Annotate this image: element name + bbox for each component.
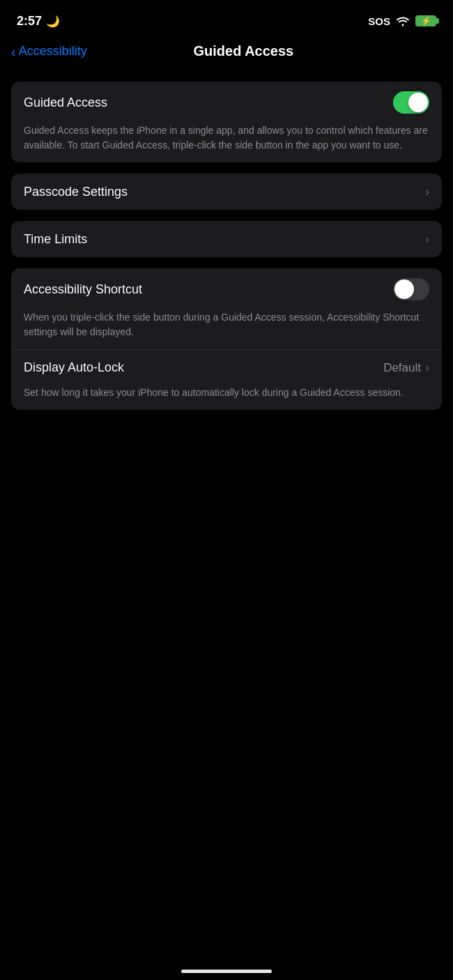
page-title: Guided Access (87, 43, 400, 59)
passcode-settings-row[interactable]: Passcode Settings › (11, 174, 442, 210)
status-time: 2:57 🌙 (17, 14, 60, 29)
shortcut-autolock-card: Accessibility Shortcut When you triple-c… (11, 268, 442, 410)
toggle-thumb (408, 93, 428, 112)
guided-access-card: Guided Access Guided Access keeps the iP… (11, 82, 442, 162)
sos-indicator: SOS (368, 15, 390, 27)
guided-access-toggle[interactable] (393, 91, 429, 114)
back-chevron-icon: ‹ (11, 45, 16, 59)
guided-access-row: Guided Access (11, 82, 442, 123)
auto-lock-right-group: Default › (383, 360, 429, 375)
shortcut-toggle-thumb (394, 280, 414, 299)
status-right-icons: SOS ⚡ (368, 15, 436, 27)
time-limits-row[interactable]: Time Limits › (11, 221, 442, 257)
wifi-icon (396, 15, 410, 26)
accessibility-shortcut-label: Accessibility Shortcut (24, 282, 142, 297)
accessibility-shortcut-description: When you triple-click the side button du… (11, 310, 442, 349)
nav-header: ‹ Accessibility Guided Access (0, 38, 453, 70)
home-indicator (181, 970, 272, 973)
time-display: 2:57 (17, 14, 42, 29)
status-bar: 2:57 🌙 SOS ⚡ (0, 0, 453, 38)
accessibility-shortcut-row: Accessibility Shortcut (11, 268, 442, 310)
passcode-settings-label: Passcode Settings (24, 185, 128, 199)
passcode-settings-card[interactable]: Passcode Settings › (11, 174, 442, 210)
moon-icon: 🌙 (46, 15, 60, 28)
time-limits-card[interactable]: Time Limits › (11, 221, 442, 257)
guided-access-label: Guided Access (24, 95, 107, 110)
passcode-chevron-icon: › (425, 185, 429, 199)
content-area: Guided Access Guided Access keeps the iP… (0, 70, 453, 410)
display-auto-lock-label: Display Auto-Lock (24, 360, 124, 375)
auto-lock-chevron-icon: › (425, 360, 429, 375)
display-auto-lock-row[interactable]: Display Auto-Lock Default › (11, 349, 442, 385)
time-limits-label: Time Limits (24, 232, 87, 247)
guided-access-description: Guided Access keeps the iPhone in a sing… (11, 123, 442, 162)
time-limits-chevron-icon: › (425, 232, 429, 247)
back-label: Accessibility (19, 44, 87, 59)
auto-lock-value: Default (383, 361, 421, 375)
battery-icon: ⚡ (415, 15, 436, 26)
battery-bolt: ⚡ (421, 17, 431, 25)
accessibility-shortcut-toggle[interactable] (393, 278, 429, 300)
display-auto-lock-description: Set how long it takes your iPhone to aut… (11, 385, 442, 410)
back-button[interactable]: ‹ Accessibility (11, 44, 87, 59)
